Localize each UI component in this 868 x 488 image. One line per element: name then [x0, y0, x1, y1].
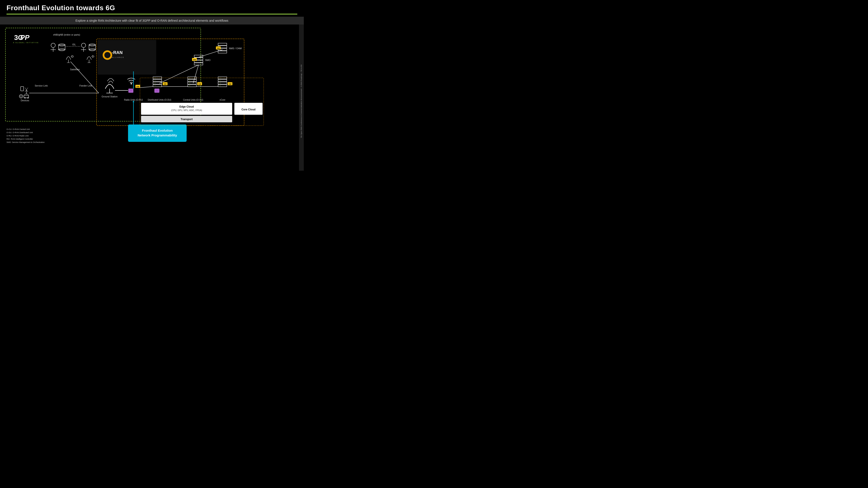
subtitle-text: Explore a single RAN Architecture with c…	[75, 19, 228, 22]
svg-line-85	[140, 87, 153, 88]
svg-rect-39	[24, 95, 29, 98]
svg-text:SW: SW	[164, 83, 167, 85]
green-divider	[6, 14, 297, 14]
svg-text:O-RU: O-RAN Radio Unit: O-RU: O-RAN Radio Unit	[6, 135, 29, 137]
svg-text:Central Units (O-CU): Central Units (O-CU)	[183, 99, 203, 101]
diagram-area: 3G PP A GLOBAL INITIATIVE eNB/gNB (entir…	[0, 25, 299, 171]
svg-text:ISL: ISL	[72, 43, 76, 46]
svg-text:Core Cloud: Core Cloud	[242, 108, 256, 111]
svg-text:SW: SW	[229, 83, 231, 85]
svg-text:SW: SW	[198, 83, 201, 85]
svg-text:SW: SW	[217, 47, 220, 49]
sidebar-text: 5G Open RAN Conference & Commercializati…	[300, 65, 303, 138]
svg-text:Network Programmability: Network Programmability	[137, 133, 177, 137]
svg-text:Devices: Devices	[21, 99, 29, 102]
subtitle-bar: Explore a single RAN Architecture with c…	[0, 17, 304, 25]
main-diagram: 3G PP A GLOBAL INITIATIVE eNB/gNB (entir…	[3, 26, 294, 150]
svg-text:O-CU: O-RAN Central Unit: O-CU: O-RAN Central Unit	[6, 128, 30, 130]
svg-text:O-DU: O-RAN Distributed Unit: O-DU: O-RAN Distributed Unit	[6, 131, 33, 134]
svg-rect-123	[128, 125, 187, 142]
svg-text:vCore: vCore	[220, 99, 225, 101]
svg-rect-69	[155, 89, 159, 93]
svg-text:ALLIANCE: ALLIANCE	[112, 57, 124, 58]
svg-text:NMS / OAM: NMS / OAM	[229, 47, 242, 50]
svg-rect-116	[141, 103, 232, 115]
svg-line-115	[193, 65, 198, 83]
svg-text:Service Link: Service Link	[35, 85, 48, 87]
svg-text:RIC: RAN Intelligent Controlle: RIC: RAN Intelligent Controller	[6, 138, 33, 140]
svg-text:SW: SW	[193, 59, 196, 61]
svg-text:eNB/gNB (entire or parts): eNB/gNB (entire or parts)	[53, 33, 80, 36]
svg-point-6	[51, 43, 55, 47]
svg-text:-RAN: -RAN	[112, 50, 123, 55]
svg-rect-109	[194, 63, 203, 65]
svg-rect-28	[92, 56, 94, 57]
slide-header: Fronthaul Evolution towards 6G	[0, 0, 304, 17]
svg-point-12	[82, 43, 86, 47]
svg-point-51	[104, 52, 111, 58]
svg-rect-102	[218, 51, 227, 53]
svg-text:SW: SW	[136, 86, 139, 88]
svg-text:SMO: SMO	[205, 59, 211, 61]
svg-text:Fronthaul Evolution: Fronthaul Evolution	[142, 129, 173, 132]
svg-rect-35	[21, 87, 24, 91]
svg-text:SMO: Service Management & Orch: SMO: Service Management & Orchestration	[6, 141, 45, 143]
svg-text:PP: PP	[20, 34, 30, 41]
svg-line-114	[159, 65, 198, 83]
svg-line-113	[198, 50, 222, 57]
svg-point-38	[20, 95, 22, 97]
svg-text:Ground Station: Ground Station	[101, 95, 118, 98]
svg-text:Edge Cloud: Edge Cloud	[180, 105, 194, 108]
svg-rect-55	[128, 89, 133, 93]
svg-text:Feeder Link: Feeder Link	[80, 85, 92, 87]
svg-text:(CPU, GPU, NPU, ASIC, FPGA): (CPU, GPU, NPU, ASIC, FPGA)	[171, 109, 202, 111]
svg-point-37	[19, 95, 23, 98]
svg-text:Transport: Transport	[181, 118, 192, 121]
svg-text:Distributed Units (O-DU): Distributed Units (O-DU)	[148, 99, 171, 101]
right-sidebar: 5G Open RAN Conference & Commercializati…	[299, 25, 304, 171]
svg-rect-99	[218, 43, 227, 45]
slide-title: Fronthaul Evolution towards 6G	[6, 4, 297, 12]
svg-point-54	[131, 83, 132, 85]
svg-text:A GLOBAL INITIATIVE: A GLOBAL INITIATIVE	[13, 42, 39, 43]
svg-rect-22	[72, 56, 73, 57]
svg-line-44	[70, 62, 99, 93]
